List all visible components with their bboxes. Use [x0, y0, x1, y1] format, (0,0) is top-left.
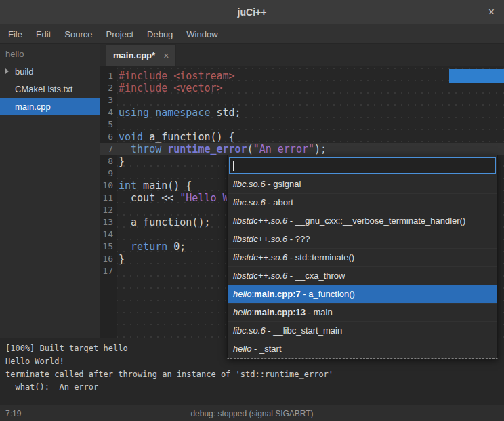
- backtrace-list: libc.so.6 - gsignallibc.so.6 - abortlibs…: [228, 176, 497, 358]
- backtrace-item[interactable]: hello - _start: [228, 340, 497, 358]
- menu-debug[interactable]: Debug: [140, 29, 180, 39]
- line-number[interactable]: 9: [100, 167, 117, 180]
- menu-file[interactable]: File: [1, 29, 29, 39]
- sidebar-item-cmakelists-txt[interactable]: CMakeLists.txt: [0, 80, 100, 98]
- line-number[interactable]: 11: [100, 192, 117, 204]
- backtrace-item[interactable]: libstdc++.so.6 - __gnu_cxx::__verbose_te…: [228, 212, 497, 230]
- line-number[interactable]: 5: [100, 119, 117, 131]
- backtrace-popup: libc.so.6 - gsignallibc.so.6 - abortlibs…: [227, 155, 498, 359]
- backtrace-item[interactable]: libc.so.6 - __libc_start_main: [228, 321, 497, 340]
- sidebar-item-label: CMakeLists.txt: [15, 84, 72, 94]
- window-title: juCi++: [238, 7, 267, 18]
- sidebar-item-build[interactable]: build: [0, 62, 100, 80]
- code-line-3[interactable]: 3: [100, 94, 504, 106]
- output-line: what(): An error: [5, 381, 499, 394]
- code-text: cout << "Hello W: [117, 192, 229, 204]
- sidebar-item-label: build: [15, 66, 33, 77]
- line-number[interactable]: 4: [100, 106, 117, 119]
- output-line: terminate called after throwing an insta…: [5, 368, 499, 381]
- menu-window[interactable]: Window: [180, 29, 224, 39]
- app-window: juCi++ × FileEditSourceProjectDebugWindo…: [0, 0, 504, 421]
- line-number[interactable]: 3: [100, 94, 117, 106]
- code-text: [117, 94, 119, 106]
- code-text: return 0;: [117, 241, 186, 253]
- backtrace-item[interactable]: hello:main.cpp:7 - a_function(): [228, 285, 497, 303]
- file-tree: buildCMakeLists.txtmain.cpp: [0, 62, 100, 115]
- line-number[interactable]: 13: [100, 216, 117, 228]
- menubar: FileEditSourceProjectDebugWindow: [0, 24, 504, 44]
- code-text: [117, 228, 119, 241]
- code-line-4[interactable]: 4using namespace std;: [100, 106, 504, 119]
- popup-search-input[interactable]: [229, 157, 496, 174]
- backtrace-item[interactable]: libstdc++.so.6 - __cxa_throw: [228, 266, 497, 285]
- menu-project[interactable]: Project: [100, 29, 140, 39]
- project-sidebar: hello buildCMakeLists.txtmain.cpp: [0, 44, 100, 338]
- sidebar-item-main-cpp[interactable]: main.cpp: [0, 98, 100, 115]
- tab-label: main.cpp*: [113, 50, 155, 60]
- backtrace-item[interactable]: libstdc++.so.6 - ???: [228, 230, 497, 248]
- code-text: }: [117, 253, 125, 265]
- backtrace-item[interactable]: hello:main.cpp:13 - main: [228, 303, 497, 321]
- code-line-7[interactable]: 7 throw runtime_error("An error");: [100, 143, 504, 155]
- code-text: [117, 204, 119, 216]
- scrollbar-thumb[interactable]: [449, 69, 504, 83]
- code-line-2[interactable]: 2#include <vector>: [100, 82, 504, 94]
- tab-close-icon[interactable]: ×: [163, 51, 169, 60]
- titlebar: juCi++ ×: [0, 0, 504, 24]
- code-line-5[interactable]: 5: [100, 119, 504, 131]
- line-number[interactable]: 14: [100, 228, 117, 241]
- code-text: using namespace std;: [117, 106, 241, 119]
- code-text: #include <iostream>: [117, 70, 235, 82]
- tabbar: main.cpp*×: [100, 44, 504, 66]
- line-number[interactable]: 6: [100, 131, 117, 143]
- statusbar: 7:19 debug: stopped (signal SIGABRT): [0, 405, 504, 421]
- code-text: a_function();: [117, 216, 210, 228]
- line-number[interactable]: 16: [100, 253, 117, 265]
- line-number[interactable]: 7: [100, 143, 117, 155]
- window-close-button[interactable]: ×: [488, 7, 495, 18]
- line-number[interactable]: 10: [100, 180, 117, 192]
- code-text: void a_function() {: [117, 131, 235, 143]
- line-number[interactable]: 2: [100, 82, 117, 94]
- code-text: [117, 119, 119, 131]
- project-label: hello: [0, 44, 100, 62]
- code-text: throw runtime_error("An error");: [117, 143, 327, 155]
- expander-icon[interactable]: [5, 68, 9, 74]
- line-number[interactable]: 15: [100, 241, 117, 253]
- code-text: #include <vector>: [117, 82, 223, 94]
- code-text: [117, 167, 119, 180]
- code-text: int main() {: [117, 180, 192, 192]
- tab-main-cpp[interactable]: main.cpp*×: [106, 44, 176, 66]
- line-number[interactable]: 12: [100, 204, 117, 216]
- line-number[interactable]: 8: [100, 155, 117, 167]
- backtrace-item[interactable]: libc.so.6 - gsignal: [228, 176, 497, 193]
- backtrace-item[interactable]: libstdc++.so.6 - std::terminate(): [228, 248, 497, 266]
- text-caret: [233, 161, 234, 171]
- code-text: }: [117, 155, 125, 167]
- code-text: [117, 265, 119, 277]
- debug-status: debug: stopped (signal SIGABRT): [0, 409, 504, 418]
- line-number[interactable]: 17: [100, 265, 117, 277]
- line-number[interactable]: 1: [100, 70, 117, 82]
- code-line-1[interactable]: 1#include <iostream>: [100, 70, 504, 82]
- backtrace-item[interactable]: libc.so.6 - abort: [228, 193, 497, 212]
- menu-source[interactable]: Source: [58, 29, 99, 39]
- menu-edit[interactable]: Edit: [29, 29, 58, 39]
- code-line-6[interactable]: 6void a_function() {: [100, 131, 504, 143]
- sidebar-item-label: main.cpp: [15, 102, 51, 112]
